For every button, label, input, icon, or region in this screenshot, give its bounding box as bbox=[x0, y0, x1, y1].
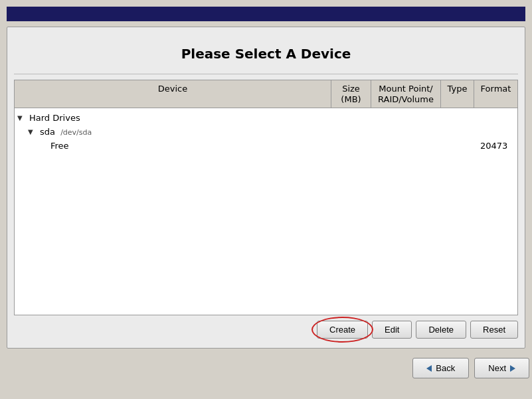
chevron-sda: ▼ bbox=[28, 128, 37, 135]
create-button-wrapper: Create bbox=[317, 321, 368, 339]
top-bar bbox=[7, 7, 525, 21]
table-body: ▼ Hard Drives ▼ sda /dev/sda Free 20473 bbox=[15, 108, 517, 155]
reset-button[interactable]: Reset bbox=[470, 321, 518, 339]
free-label: Free bbox=[48, 140, 478, 151]
table-header: Device Size(MB) Mount Point/RAID/Volume … bbox=[15, 80, 517, 108]
next-button[interactable]: Next bbox=[474, 358, 529, 378]
col-size: Size(MB) bbox=[331, 80, 371, 108]
delete-button[interactable]: Delete bbox=[416, 321, 466, 339]
navigation-bar: Back Next bbox=[0, 354, 532, 378]
col-device: Device bbox=[15, 80, 331, 108]
next-label: Next bbox=[488, 363, 506, 373]
tree-row-sda[interactable]: ▼ sda /dev/sda bbox=[15, 125, 517, 139]
col-format: Format bbox=[474, 80, 517, 108]
next-arrow-icon bbox=[510, 365, 515, 372]
back-arrow-icon bbox=[426, 365, 432, 372]
tree-row-free[interactable]: Free 20473 bbox=[15, 139, 517, 153]
action-bar: Create Edit Delete Reset bbox=[14, 315, 518, 341]
sda-label: sda /dev/sda bbox=[37, 126, 517, 137]
chevron-hard-drives: ▼ bbox=[17, 114, 27, 121]
page-title: Please Select A Device bbox=[21, 46, 511, 62]
back-button[interactable]: Back bbox=[412, 358, 469, 378]
hard-drives-label: Hard Drives bbox=[27, 112, 517, 123]
main-container: Please Select A Device Device Size(MB) M… bbox=[7, 27, 525, 349]
col-type: Type bbox=[441, 80, 474, 108]
edit-button[interactable]: Edit bbox=[372, 321, 412, 339]
free-size: 20473 bbox=[478, 140, 517, 151]
sda-path: /dev/sda bbox=[60, 128, 92, 137]
device-table: Device Size(MB) Mount Point/RAID/Volume … bbox=[14, 80, 518, 315]
col-mount: Mount Point/RAID/Volume bbox=[371, 80, 441, 108]
back-label: Back bbox=[436, 363, 455, 373]
tree-row-hard-drives: ▼ Hard Drives bbox=[15, 111, 517, 125]
create-button[interactable]: Create bbox=[317, 321, 368, 339]
title-section: Please Select A Device bbox=[14, 34, 518, 74]
